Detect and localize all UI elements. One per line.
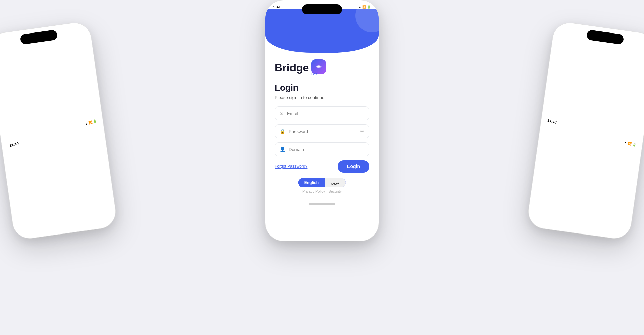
- right-time: 11:14: [547, 118, 557, 124]
- login-blue-header: [265, 9, 379, 53]
- lang-pill: English عربي: [298, 178, 346, 187]
- profile-avatar: [529, 232, 546, 241]
- left-status-icons: ▲ 📶 🔋: [84, 119, 97, 126]
- language-toggle: English عربي: [275, 178, 369, 187]
- left-phone: 11:14 ▲ 📶 🔋 Dashboard June ▾ SLO 🔔 Good …: [0, 20, 118, 241]
- security-link[interactable]: Security: [328, 189, 342, 193]
- forgot-login-row: Forgot Password? Login: [275, 160, 369, 173]
- avatar-svg: [532, 234, 543, 241]
- right-wifi-icon: ▲: [624, 140, 627, 144]
- profile-name: Atlas: [549, 233, 586, 241]
- login-logo: Bridge LCS: [275, 59, 369, 76]
- password-placeholder: Password: [289, 129, 357, 134]
- logo-text: Bridge: [275, 62, 309, 74]
- login-footer: Privacy Policy Security: [275, 189, 369, 193]
- logo-lcs: LCS: [311, 73, 326, 76]
- profile-info: Atlas amaertla@glaubetech.com English عر…: [547, 233, 586, 241]
- email-field[interactable]: ✉ Email: [275, 106, 369, 120]
- login-title: Login: [275, 83, 369, 93]
- login-blob: [355, 0, 379, 32]
- login-content: Bridge LCS Login Please sign in to conti…: [265, 53, 379, 199]
- domain-icon: 👤: [280, 147, 285, 152]
- center-time: 9:41: [273, 5, 281, 9]
- battery-icon: 🔋: [93, 119, 97, 124]
- left-status-bar: 11:14 ▲ 📶 🔋: [0, 20, 118, 241]
- bridge-logo-svg: [315, 63, 323, 71]
- home-bar: [309, 203, 335, 205]
- email-placeholder: Email: [287, 111, 364, 116]
- logo-icon: [311, 59, 326, 74]
- login-button[interactable]: Login: [338, 160, 369, 173]
- profile-email: amaertla@glaubetech.com: [549, 239, 585, 241]
- forgot-password-link[interactable]: Forgot Password?: [275, 164, 307, 169]
- home-indicator: [265, 199, 379, 207]
- right-status-bar: 11:14 ▲ 📶 🔋: [526, 20, 644, 241]
- domain-field[interactable]: 👤 Domain: [275, 142, 369, 156]
- email-icon: ✉: [280, 111, 284, 116]
- lock-icon: 🔒: [280, 129, 285, 134]
- eye-icon[interactable]: 👁: [360, 129, 364, 134]
- center-phone: 9:41 ▲ 📶 🔋 Bridge LCS Login: [265, 0, 379, 241]
- right-status-icons: ▲ 📶 🔋: [624, 140, 636, 147]
- svg-point-16: [535, 236, 540, 241]
- right-signal-icon: 📶: [628, 141, 632, 146]
- login-subtitle: Please sign in to continue: [275, 95, 369, 100]
- right-battery-icon: 🔋: [632, 143, 636, 147]
- logo-icon-wrapper: LCS: [311, 59, 326, 76]
- privacy-policy-link[interactable]: Privacy Policy: [302, 189, 325, 193]
- lang-english-option[interactable]: English: [298, 178, 325, 187]
- domain-placeholder: Domain: [289, 147, 364, 152]
- wifi-icon: ▲: [84, 122, 88, 126]
- lang-arabic-option[interactable]: عربي: [325, 178, 346, 187]
- left-time: 11:14: [9, 141, 19, 147]
- password-field[interactable]: 🔒 Password 👁: [275, 124, 369, 138]
- signal-icon: 📶: [88, 120, 92, 125]
- right-phone: 11:14 ▲ 📶 🔋 Atlas amaertla@glaubetech.co…: [526, 20, 644, 241]
